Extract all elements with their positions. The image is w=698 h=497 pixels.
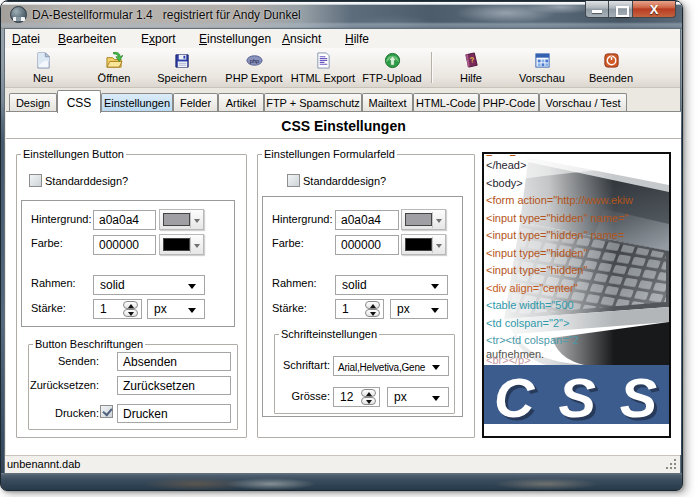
svg-text:<tr><td colspan="2: <tr><td colspan="2 bbox=[486, 334, 579, 346]
svg-text:<br></p>: <br></p> bbox=[486, 354, 531, 366]
svg-text:<form action="http://www.ekiw: <form action="http://www.ekiw bbox=[486, 194, 633, 206]
svg-text:php: php bbox=[249, 58, 258, 64]
svg-text:<input type="hidden": <input type="hidden" bbox=[486, 264, 587, 276]
svg-text:CSS: CSS bbox=[494, 366, 669, 429]
svg-text:<body>: <body> bbox=[486, 177, 523, 189]
svg-text:<input type="hidden": <input type="hidden" bbox=[486, 247, 587, 259]
svg-text:<table width="500: <table width="500 bbox=[486, 299, 574, 311]
svg-text:<input type="hidden" name=: <input type="hidden" name= bbox=[486, 229, 624, 241]
svg-text:<input type="hidden" name=": <input type="hidden" name=" bbox=[486, 212, 628, 224]
svg-text:</head>: </head> bbox=[486, 159, 526, 171]
svg-text:<td colspan="2">: <td colspan="2"> bbox=[486, 317, 569, 329]
svg-text:<div align="center": <div align="center" bbox=[486, 282, 578, 294]
